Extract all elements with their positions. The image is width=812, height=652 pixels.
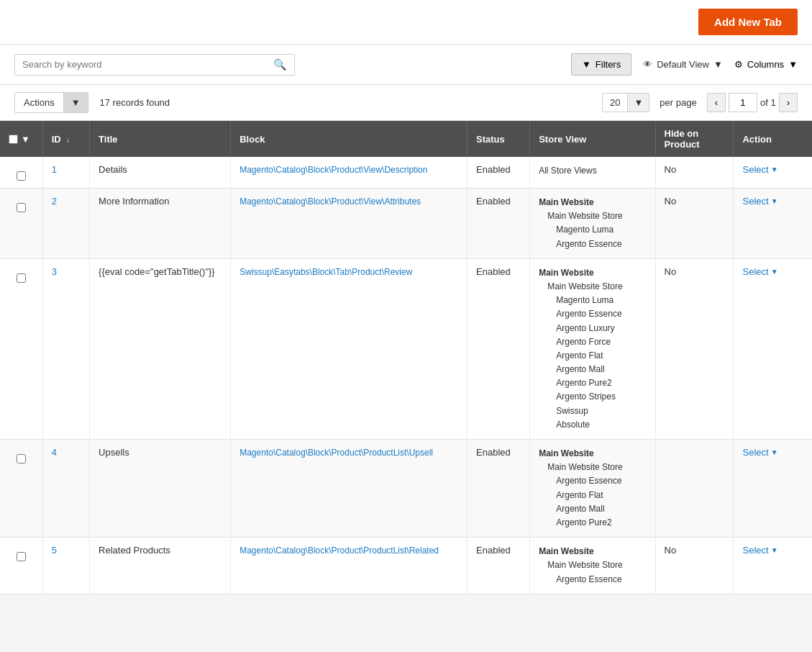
main-table: ▼ ID ↓ Title Block Status Store View Hid…: [0, 121, 812, 594]
title-cell: Upsells: [90, 440, 231, 538]
select-action-link[interactable]: Select ▼: [742, 164, 803, 175]
select-chevron-icon: ▼: [771, 166, 778, 173]
select-chevron-icon: ▼: [771, 448, 778, 456]
status-cell: Enabled: [467, 258, 530, 439]
view-selector[interactable]: 👁 Default View ▼: [643, 59, 723, 70]
storeview-cell: Main WebsiteMain Website StoreMagento Lu…: [530, 189, 655, 259]
block-link[interactable]: Magento\Catalog\Block\Product\View\Descr…: [240, 165, 427, 175]
storeview-cell: Main WebsiteMain Website StoreArgento Es…: [530, 538, 655, 594]
row-checkbox[interactable]: [17, 552, 26, 561]
id-link[interactable]: 4: [52, 447, 57, 458]
eye-icon: 👁: [643, 59, 652, 70]
hideproduct-column-header: Hide onProduct: [655, 121, 734, 157]
id-link[interactable]: 1: [52, 164, 57, 175]
row-checkbox[interactable]: [17, 454, 26, 463]
search-input[interactable]: [22, 59, 273, 70]
block-link[interactable]: Magento\Catalog\Block\Product\ProductLis…: [240, 545, 439, 556]
id-sort-icon: ↓: [66, 136, 70, 144]
gear-icon: ⚙: [734, 59, 743, 70]
storeview-cell: Main WebsiteMain Website StoreMagento Lu…: [530, 258, 655, 439]
select-action-link[interactable]: Select ▼: [742, 266, 803, 277]
table-header-row: ▼ ID ↓ Title Block Status Store View Hid…: [0, 121, 812, 157]
id-column-header[interactable]: ID ↓: [42, 121, 89, 157]
select-action-link[interactable]: Select ▼: [742, 545, 803, 556]
title-cell: More Information: [90, 189, 231, 259]
filters-label: Filters: [596, 59, 621, 70]
per-page-select: 20 ▼: [602, 93, 649, 112]
status-cell: Enabled: [467, 189, 530, 259]
select-chevron-icon: ▼: [771, 546, 778, 554]
id-link[interactable]: 2: [52, 196, 57, 207]
table-row: 2More InformationMagento\Catalog\Block\P…: [0, 189, 812, 259]
table-row: 3{{eval code="getTabTitle()"}}Swissup\Ea…: [0, 258, 812, 439]
view-chevron-icon: ▼: [713, 59, 723, 70]
action-cell: Select ▼: [734, 157, 812, 189]
hide-on-product-cell: [655, 440, 734, 538]
action-column-header: Action: [734, 121, 812, 157]
pagination: 20 ▼ per page ‹ of 1 ›: [602, 93, 798, 112]
action-cell: Select ▼: [734, 189, 812, 259]
columns-label: Columns: [747, 59, 784, 70]
records-count: 17 records found: [100, 97, 170, 108]
select-all-checkbox[interactable]: [9, 135, 18, 144]
view-label: Default View: [657, 59, 709, 70]
title-cell: {{eval code="getTabTitle()"}}: [90, 258, 231, 439]
per-page-value: 20: [603, 94, 627, 112]
filters-button[interactable]: ▼ Filters: [571, 53, 631, 76]
status-cell: Enabled: [467, 440, 530, 538]
actions-select-container: Actions ▼: [14, 92, 88, 113]
columns-button[interactable]: ⚙ Columns ▼: [734, 59, 798, 70]
page-nav: ‹ of 1 ›: [707, 93, 798, 112]
table-row: 4UpsellsMagento\Catalog\Block\Product\Pr…: [0, 440, 812, 538]
next-page-button[interactable]: ›: [779, 93, 798, 112]
id-link[interactable]: 5: [52, 545, 57, 556]
title-cell: Details: [90, 157, 231, 189]
search-box: 🔍: [14, 54, 295, 76]
storeview-column-header: Store View: [530, 121, 655, 157]
actions-bar: Actions ▼ 17 records found 20 ▼ per page…: [0, 85, 812, 121]
hide-on-product-cell: No: [655, 157, 734, 189]
hide-on-product-cell: No: [655, 538, 734, 594]
status-cell: Enabled: [467, 538, 530, 594]
id-link[interactable]: 3: [52, 266, 57, 277]
checkbox-arrow[interactable]: ▼: [21, 134, 30, 145]
status-cell: Enabled: [467, 157, 530, 189]
search-button[interactable]: 🔍: [273, 58, 287, 71]
checkbox-header: ▼: [0, 121, 42, 157]
top-bar: Add New Tab: [0, 0, 812, 45]
action-cell: Select ▼: [734, 440, 812, 538]
per-page-arrow[interactable]: ▼: [627, 94, 649, 112]
filter-icon: ▼: [582, 59, 591, 70]
row-checkbox[interactable]: [17, 273, 26, 283]
block-link[interactable]: Magento\Catalog\Block\Product\ProductLis…: [240, 448, 433, 458]
prev-page-button[interactable]: ‹: [707, 93, 726, 112]
add-new-tab-button[interactable]: Add New Tab: [698, 9, 798, 35]
storeview-cell: All Store Views: [530, 157, 655, 189]
storeview-cell: Main WebsiteMain Website StoreArgento Es…: [530, 440, 655, 538]
select-chevron-icon: ▼: [771, 197, 778, 205]
status-column-header: Status: [467, 121, 530, 157]
block-link[interactable]: Swissup\Easytabs\Block\Tab\Product\Revie…: [240, 267, 412, 277]
actions-dropdown-arrow[interactable]: ▼: [63, 93, 88, 112]
table-row: 1DetailsMagento\Catalog\Block\Product\Vi…: [0, 157, 812, 189]
table-row: 5Related ProductsMagento\Catalog\Block\P…: [0, 538, 812, 594]
hide-on-product-cell: No: [655, 258, 734, 439]
row-checkbox[interactable]: [17, 171, 26, 181]
title-cell: Related Products: [90, 538, 231, 594]
select-action-link[interactable]: Select ▼: [742, 196, 803, 207]
block-column-header: Block: [231, 121, 467, 157]
action-cell: Select ▼: [734, 258, 812, 439]
title-column-header: Title: [90, 121, 231, 157]
columns-chevron-icon: ▼: [788, 59, 798, 70]
select-chevron-icon: ▼: [771, 268, 778, 276]
action-cell: Select ▼: [734, 538, 812, 594]
row-checkbox[interactable]: [17, 203, 26, 212]
select-action-link[interactable]: Select ▼: [742, 447, 803, 458]
block-link[interactable]: Magento\Catalog\Block\Product\View\Attri…: [240, 196, 421, 207]
per-page-label: per page: [660, 97, 696, 108]
of-total: of 1: [760, 97, 776, 108]
page-input[interactable]: [729, 93, 757, 112]
hide-on-product-cell: No: [655, 189, 734, 259]
actions-label: Actions: [15, 93, 63, 112]
search-toolbar: 🔍 ▼ Filters 👁 Default View ▼ ⚙ Columns ▼: [0, 45, 812, 85]
